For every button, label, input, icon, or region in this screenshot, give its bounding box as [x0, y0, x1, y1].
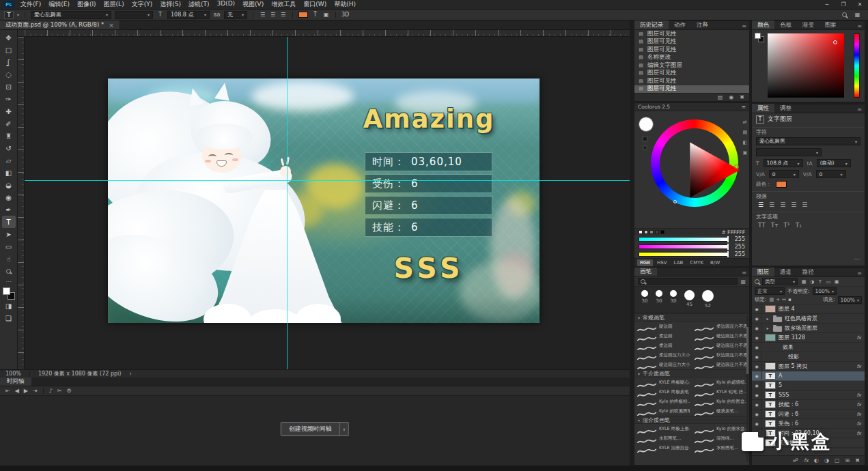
snapshot-camera-icon[interactable]: ◉ — [729, 94, 733, 100]
clone-stamp-tool[interactable]: ♜ — [2, 130, 16, 142]
fill-select[interactable]: 100%▾ — [838, 296, 862, 304]
font-family-select[interactable]: 爱心乱舞黑▾ — [756, 137, 860, 145]
path-selection-tool[interactable]: ➤ — [2, 228, 16, 240]
history-state-row[interactable]: ▤编辑文字图层 — [634, 61, 749, 70]
menu-item[interactable]: 帮助(H) — [334, 0, 356, 9]
hand-tool[interactable]: ☝ — [2, 253, 16, 265]
mini-swatch[interactable] — [660, 230, 664, 234]
red-slider-value[interactable]: 255 — [733, 236, 745, 242]
brush-preview[interactable]: 45 — [684, 290, 695, 307]
layer-style-icon[interactable]: fx — [804, 457, 809, 463]
layer-effects-badge[interactable]: fx — [856, 364, 863, 369]
history-state-row[interactable]: ▤图层可见性 — [634, 77, 749, 85]
visibility-eye-icon[interactable]: ◉ — [752, 343, 762, 352]
blue-slider-value[interactable]: 255 — [733, 251, 745, 257]
color-model-RGB[interactable]: RGB — [637, 259, 653, 266]
hue-strip[interactable] — [854, 33, 860, 98]
eraser-tool[interactable]: ▱ — [2, 154, 16, 167]
blur-tool[interactable]: ◒ — [2, 179, 16, 191]
vertical-guide[interactable] — [287, 37, 288, 369]
paragraph-align-icon[interactable]: ☰ — [802, 201, 807, 208]
brush-item[interactable]: 硬边圆压力不透明... — [692, 360, 749, 369]
brush-item[interactable]: Kyle 的超级蜡... — [692, 377, 749, 387]
new-group-icon[interactable]: ▢ — [835, 457, 840, 463]
opacity-select[interactable]: 100%▾ — [813, 287, 837, 295]
green-slider-track[interactable] — [639, 244, 729, 249]
visibility-eye-icon[interactable]: ◉ — [752, 324, 762, 332]
window-control-icon[interactable]: ─ — [819, 1, 835, 8]
visibility-eye-icon[interactable]: ◉ — [752, 410, 762, 418]
visibility-eye-icon[interactable]: ◉ — [752, 400, 762, 409]
tab-brushes[interactable]: 画笔 — [634, 267, 657, 276]
menu-item[interactable]: 文件(F) — [20, 0, 41, 9]
tracking-select[interactable]: 0▾ — [816, 170, 846, 178]
red-slider-track[interactable] — [639, 237, 729, 242]
paragraph-align-icon[interactable]: ☰ — [791, 201, 796, 208]
visibility-eye-icon[interactable]: ◉ — [752, 333, 762, 342]
quick-selection-tool[interactable]: ◌ — [2, 68, 16, 81]
font-family-select[interactable]: 爱心乱舞黑▾ — [31, 11, 111, 19]
layer-mask-icon[interactable]: ◐ — [814, 457, 819, 463]
tool-preset-caret-icon[interactable]: ▾ — [17, 12, 19, 17]
tab-调整[interactable]: 调整 — [774, 104, 797, 113]
brush-item[interactable]: 软边圆压力不透明... — [692, 350, 749, 360]
color-model-LAB[interactable]: LAB — [671, 259, 686, 266]
brush-item[interactable]: 硬边圆压力不透... — [692, 331, 749, 341]
leading-select[interactable]: (自动)▾ — [817, 159, 851, 167]
status-chevron-icon[interactable]: › — [129, 371, 131, 377]
brush-preview[interactable]: 52 — [702, 290, 714, 309]
layer-filter-icon[interactable]: ▣ — [833, 279, 840, 285]
create-video-timeline-button[interactable]: 创建视频时间轴 — [281, 422, 340, 436]
panel-menu-icon[interactable]: ≡ — [742, 270, 749, 276]
brush-item[interactable]: 柔边圆压力大小 — [634, 350, 692, 360]
kerning-select[interactable]: 0▾ — [769, 170, 799, 178]
move-tool[interactable]: ✥ — [2, 31, 16, 44]
brush-tool[interactable]: ✐ — [2, 117, 16, 130]
brush-item[interactable]: 硬边圆压力不透... — [692, 341, 749, 350]
menu-item[interactable]: 文字(Y) — [132, 0, 153, 9]
new-layer-icon[interactable]: ⊞ — [845, 457, 850, 463]
color-model-CMYK[interactable]: CMYK — [687, 259, 706, 266]
tab-渐变[interactable]: 渐变 — [797, 20, 820, 29]
layer-effects-badge[interactable]: fx — [856, 412, 863, 417]
link-layers-icon[interactable]: ☍ — [793, 457, 798, 463]
delete-layer-icon[interactable]: ✖ — [855, 457, 860, 463]
pen-tool[interactable]: ✒ — [2, 203, 16, 216]
secondary-color-dot[interactable] — [643, 145, 647, 150]
type-option-icon[interactable]: T₁ — [796, 222, 802, 229]
paragraph-align-icon[interactable]: ☰ — [769, 201, 774, 208]
color-model-B/W[interactable]: B/W — [708, 259, 723, 266]
layer-row[interactable]: ◉▸故乡场景图层 — [752, 324, 865, 333]
panel-menu-icon[interactable]: ≡ — [857, 106, 865, 113]
align-icon[interactable]: ☰ — [269, 12, 277, 18]
blue-slider-handle[interactable] — [727, 251, 729, 257]
tab-注释[interactable]: 注释 — [691, 20, 714, 29]
history-state-row[interactable]: ▤图层可见性 — [634, 70, 749, 78]
tab-路径[interactable]: 路径 — [797, 268, 820, 276]
brush-item[interactable]: 柔边圆 — [634, 341, 692, 350]
expand-icon[interactable]: ▸ — [765, 326, 770, 330]
layer-effects-badge[interactable]: fx — [856, 335, 863, 341]
align-icon[interactable]: ☰ — [259, 12, 266, 18]
panel-menu-icon[interactable]: ≡ — [857, 23, 865, 29]
screen-mode-icon[interactable]: ❏ — [2, 312, 16, 324]
panel-menu-icon[interactable]: ≡ — [857, 270, 865, 276]
toggle-panels-icon[interactable]: ▣ — [322, 12, 330, 18]
color-cursor[interactable] — [833, 40, 837, 44]
brush-group-header[interactable]: ▾湿介质画笔 — [634, 416, 749, 424]
visibility-eye-icon[interactable]: ◉ — [752, 352, 762, 361]
previous-frame-icon[interactable]: ◀ — [15, 388, 19, 394]
type-option-icon[interactable]: TT — [758, 222, 766, 229]
menu-item[interactable]: 选择(S) — [160, 0, 181, 9]
tab-属性[interactable]: 属性 — [752, 104, 774, 113]
visibility-eye-icon[interactable]: ◉ — [752, 304, 762, 313]
brush-preview[interactable]: 30 — [670, 290, 677, 304]
brush-item[interactable]: 硬边圆压力大小 — [634, 360, 692, 369]
layer-row[interactable]: ◉TA — [752, 371, 865, 381]
green-slider-handle[interactable] — [727, 244, 729, 250]
text-color-swatch[interactable] — [776, 181, 787, 188]
font-style-select[interactable]: ▾ — [756, 148, 822, 156]
color-model-HSV[interactable]: HSV — [654, 259, 670, 266]
document-tab[interactable]: 成功页面.psd @ 100% (A, RGB/8) * × — [0, 20, 120, 29]
lock-icon[interactable]: ↔ — [782, 297, 786, 302]
